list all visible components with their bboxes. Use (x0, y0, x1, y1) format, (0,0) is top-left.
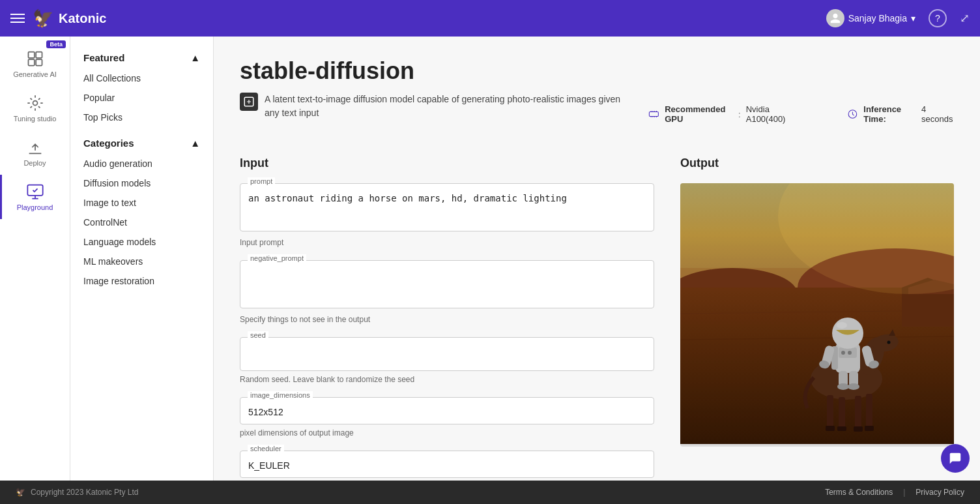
footer: 🦅 Copyright 2023 Katonic Pty Ltd Terms &… (0, 481, 980, 504)
svg-rect-3 (36, 59, 42, 65)
svg-rect-0 (28, 52, 34, 58)
gpu-value: Nvidia A100(400) (746, 104, 801, 124)
featured-collapse-icon: ▲ (190, 52, 200, 63)
sidebar-item-audio-generation[interactable]: Audio generation (70, 154, 213, 173)
prompt-group: prompt an astronaut riding a horse on ma… (240, 183, 654, 247)
featured-section-header[interactable]: Featured ▲ (70, 47, 213, 68)
sidebar-item-image-to-text[interactable]: Image to text (70, 193, 213, 213)
inference-info: Inference Time: 4 seconds (847, 104, 954, 124)
output-section-title: Output (680, 156, 954, 170)
sidebar-item-tuning-label: Tuning studio (14, 115, 57, 123)
negative-prompt-input[interactable] (240, 260, 654, 308)
negative-prompt-hint: Specify things to not see in the output (240, 315, 654, 324)
gpu-info: Recommended GPU : Nvidia A100(400) (648, 104, 800, 124)
sidebar-item-playground[interactable]: Playground (0, 175, 70, 219)
gpu-separator: : (738, 110, 741, 119)
sidebar-item-controlnet[interactable]: ControlNet (70, 213, 213, 232)
negative-prompt-label: negative_prompt (248, 254, 306, 262)
categories-label: Categories (83, 138, 134, 149)
user-name: Sanjay Bhagia (848, 13, 907, 23)
sidebar-item-generative-ai[interactable]: Generative AI (0, 42, 70, 86)
help-icon: ? (935, 13, 940, 23)
expand-button[interactable]: ⤢ (960, 11, 970, 25)
sidebar-item-popular[interactable]: Popular (70, 88, 213, 108)
gpu-label: Recommended GPU (665, 104, 733, 124)
seed-input[interactable] (240, 337, 654, 371)
model-meta-row: A latent text-to-image diffusion model c… (240, 93, 954, 136)
sidebar-item-language-models[interactable]: Language models (70, 232, 213, 252)
svg-rect-2 (28, 59, 34, 65)
avatar (826, 9, 844, 27)
input-section-title: Input (240, 156, 654, 170)
chat-icon (948, 451, 962, 466)
privacy-link[interactable]: Privacy Policy (915, 488, 964, 497)
sidebar-item-deploy-label: Deploy (23, 159, 46, 167)
main-content: stable-diffusion A latent text-to-image … (214, 37, 980, 504)
sidebar-item-image-restoration[interactable]: Image restoration (70, 271, 213, 291)
svg-point-4 (33, 101, 37, 106)
sidebar-item-deploy[interactable]: Deploy (0, 130, 70, 175)
tuning-studio-icon (26, 94, 44, 112)
playground-icon (26, 183, 44, 201)
inference-value: 4 seconds (921, 104, 954, 124)
logo-text: Katonic (59, 11, 106, 26)
image-dimensions-group: image_dimensions 512x512 768x768 1024x10… (240, 397, 654, 437)
model-description-text: A latent text-to-image diffusion model c… (265, 93, 622, 120)
input-column: Input prompt an astronaut riding a horse… (240, 156, 654, 504)
output-image (680, 183, 954, 447)
model-description-icon (240, 93, 258, 111)
output-column: Output (680, 156, 954, 504)
help-button[interactable]: ? (929, 9, 947, 27)
prompt-input[interactable]: an astronaut riding a horse on mars, hd,… (240, 183, 654, 231)
negative-prompt-group: negative_prompt Specify things to not se… (240, 260, 654, 324)
categories-section-header[interactable]: Categories ▲ (70, 132, 213, 154)
sidebar-item-diffusion-models[interactable]: Diffusion models (70, 173, 213, 193)
logo: 🦅 Katonic (33, 8, 106, 29)
sidebar-item-playground-label: Playground (17, 203, 53, 211)
footer-logo-icon: 🦅 (16, 488, 25, 497)
icon-sidebar: Beta Generative AI Tuning studio Deploy (0, 37, 70, 504)
chat-bubble-button[interactable] (941, 444, 970, 473)
svg-rect-7 (650, 112, 659, 117)
footer-separator: | (903, 488, 905, 497)
featured-label: Featured (83, 52, 124, 63)
model-description: A latent text-to-image diffusion model c… (240, 93, 622, 120)
image-dimensions-select[interactable]: 512x512 768x768 1024x1024 (240, 397, 654, 424)
image-dimensions-label: image_dimensions (248, 391, 313, 399)
image-dimensions-hint: pixel dimensions of output image (240, 428, 654, 437)
deploy-icon (26, 138, 44, 156)
navbar: 🦅 Katonic Sanjay Bhagia ▾ ? ⤢ (0, 0, 980, 37)
user-menu[interactable]: Sanjay Bhagia ▾ (826, 9, 915, 27)
terms-link[interactable]: Terms & Conditions (825, 488, 893, 497)
prompt-label: prompt (248, 177, 275, 185)
sidebar-item-generative-ai-label: Generative AI (13, 70, 57, 78)
footer-copyright: Copyright 2023 Katonic Pty Ltd (31, 488, 138, 497)
categories-collapse-icon: ▲ (190, 138, 200, 149)
seed-hint: Random seed. Leave blank to randomize th… (240, 375, 654, 384)
model-title: stable-diffusion (240, 57, 954, 85)
prompt-hint: Input prompt (240, 238, 654, 247)
sidebar-item-tuning-studio[interactable]: Tuning studio (0, 86, 70, 130)
generative-ai-icon (26, 50, 44, 68)
sidebar-item-top-picks[interactable]: Top Picks (70, 108, 213, 127)
seed-group: seed Random seed. Leave blank to randomi… (240, 337, 654, 384)
gpu-icon (648, 108, 659, 121)
scheduler-label: scheduler (248, 445, 284, 452)
scheduler-select[interactable]: K_EULER K_LMS DDIM PNDM (240, 451, 654, 478)
generated-image-svg (680, 183, 954, 444)
content-columns: Input prompt an astronaut riding a horse… (240, 156, 954, 504)
sidebar-item-ml-makeovers[interactable]: ML makeovers (70, 252, 213, 271)
inference-label: Inference Time: (863, 104, 916, 124)
text-sidebar: Featured ▲ All Collections Popular Top P… (70, 37, 214, 504)
sidebar-item-all-collections[interactable]: All Collections (70, 68, 213, 88)
footer-links: Terms & Conditions | Privacy Policy (825, 488, 964, 497)
logo-bird-icon: 🦅 (33, 8, 53, 29)
svg-rect-1 (36, 52, 42, 58)
menu-toggle[interactable] (10, 14, 25, 23)
user-dropdown-icon: ▾ (911, 13, 915, 23)
clock-icon (847, 108, 858, 121)
seed-label: seed (248, 331, 268, 339)
